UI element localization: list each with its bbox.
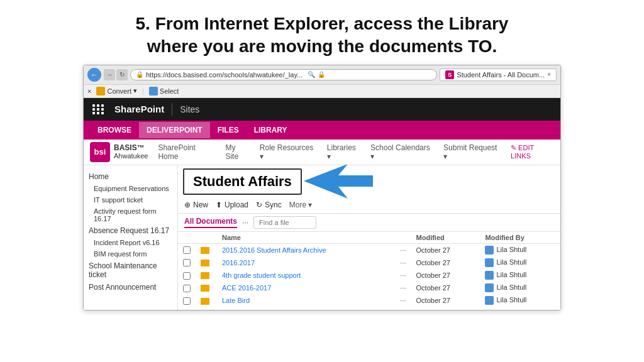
topbar-libraries[interactable]: Libraries	[327, 143, 360, 161]
folder-icon	[201, 247, 209, 254]
tab-area: S Student Affairs - All Docum... ×	[440, 69, 557, 81]
modified-date: October 27	[411, 294, 480, 307]
topbar-mysite[interactable]: My Site	[225, 143, 249, 161]
toolbar-select-button[interactable]: Select	[149, 87, 179, 96]
browser-tab[interactable]: S Student Affairs - All Docum... ×	[440, 69, 557, 81]
row-ellipsis[interactable]: ···	[400, 297, 406, 304]
browser-toolbar: × Convert ▾ | Select	[84, 85, 560, 98]
file-table: Name Modified Modified By 2015.2016 Stud…	[178, 232, 560, 307]
row-checkbox[interactable]	[183, 259, 191, 266]
ribbon-tab-deliverpoint[interactable]: DELIVERPOINT	[139, 122, 210, 138]
sp-topbar: bsi BASIS™ Ahwatukee SharePoint Home My …	[84, 140, 560, 165]
ribbon-tab-files[interactable]: FILES	[210, 122, 247, 138]
nav-buttons: → ↻	[104, 69, 128, 80]
address-bar[interactable]: 🔒 https://docs.basised.com/schools/ahwat…	[130, 69, 437, 80]
topbar-home[interactable]: SharePoint Home	[158, 143, 215, 161]
sp-content: bsi BASIS™ Ahwatukee SharePoint Home My …	[84, 140, 560, 310]
sp-docs-tabs: All Documents ···	[178, 214, 560, 232]
back-button[interactable]: ←	[87, 68, 101, 82]
col-name: Name	[217, 232, 395, 244]
sidebar-incident[interactable]: Incident Report v6.16	[84, 237, 177, 248]
sharepoint-app-name: SharePoint	[114, 104, 164, 114]
table-row: 2015.2016 Student Affairs Archive ··· Oc…	[178, 243, 560, 256]
col-checkbox	[178, 232, 196, 244]
col-modified-by: Modified By	[480, 232, 560, 244]
ribbon-tab-library[interactable]: LIBRARY	[247, 122, 295, 138]
table-row: 4th grade student support ··· October 27…	[178, 269, 560, 282]
col-modified: Modified	[411, 232, 480, 244]
find-file-input[interactable]	[253, 216, 316, 229]
tab-close-button[interactable]: ×	[547, 71, 551, 78]
row-checkbox[interactable]	[183, 246, 191, 254]
sidebar-equipment[interactable]: Equipment Reservations	[84, 183, 177, 194]
user-avatar	[485, 296, 494, 305]
sp-main-layout: Home Equipment Reservations IT support t…	[84, 165, 560, 310]
upload-button[interactable]: ⬆ Upload	[216, 200, 248, 209]
sites-label[interactable]: Sites	[180, 104, 199, 114]
sync-button[interactable]: ↻ Sync	[256, 200, 282, 209]
browser-chrome: ← → ↻ 🔒 https://docs.basised.com/schools…	[84, 65, 560, 85]
user-avatar	[485, 283, 494, 292]
row-ellipsis[interactable]: ···	[400, 246, 406, 254]
folder-icon	[201, 260, 209, 266]
row-ellipsis[interactable]: ···	[400, 272, 406, 279]
row-ellipsis[interactable]: ···	[400, 284, 406, 292]
nav-divider	[172, 103, 172, 116]
row-ellipsis[interactable]: ···	[400, 259, 406, 266]
modified-by: Lila Shtull	[480, 282, 560, 294]
sidebar-it-support[interactable]: IT support ticket	[84, 194, 177, 206]
folder-icon	[201, 285, 209, 292]
toolbar-convert-button[interactable]: Convert ▾	[96, 87, 137, 96]
file-link[interactable]: 2015.2016 Student Affairs Archive	[222, 246, 326, 254]
sidebar-school-maintenance[interactable]: School Maintenance ticket	[84, 260, 177, 281]
sp-right-content: Student Affairs ⊕ New ⬆ Upload	[178, 165, 560, 310]
file-link[interactable]: 2016.2017	[222, 259, 255, 266]
topbar-roleresources[interactable]: Role Resources	[260, 143, 317, 161]
sp-sidebar: Home Equipment Reservations IT support t…	[84, 165, 178, 310]
sidebar-post-announcement[interactable]: Post Announcement	[84, 281, 177, 293]
modified-by: Lila Shtull	[480, 269, 560, 282]
folder-icon	[201, 272, 209, 279]
reload-button[interactable]: ↻	[116, 69, 128, 80]
header-area: Student Affairs	[178, 165, 560, 197]
sidebar-activity-form[interactable]: Activity request form 16.17	[84, 206, 177, 224]
plus-icon: ⊕	[184, 200, 191, 209]
modified-by: Lila Shtull	[480, 256, 560, 269]
modified-date: October 27	[411, 256, 480, 269]
topbar-calendars[interactable]: School Calendars	[370, 143, 433, 161]
file-link[interactable]: ACE 2016-2017	[222, 284, 271, 292]
modified-by: Lila Shtull	[480, 243, 560, 256]
sp-ribbon: BROWSE DELIVERPOINT FILES LIBRARY	[84, 121, 560, 140]
row-checkbox[interactable]	[183, 297, 191, 305]
user-avatar	[485, 246, 494, 255]
new-button[interactable]: ⊕ New	[184, 200, 208, 209]
sp-top-nav: SharePoint Sites	[84, 98, 560, 121]
sidebar-absence[interactable]: Absence Request 16.17	[84, 224, 177, 237]
bsi-logo-area: bsi BASIS™ Ahwatukee	[90, 142, 148, 162]
row-checkbox[interactable]	[183, 272, 191, 280]
all-documents-tab[interactable]: All Documents	[184, 217, 237, 228]
sync-icon: ↻	[256, 200, 262, 209]
table-row: ACE 2016-2017 ··· October 27 Lila Shtull	[178, 282, 560, 294]
edit-links-button[interactable]: ✎ EDIT LINKS	[511, 144, 554, 160]
user-avatar	[485, 258, 494, 267]
col-ellipsis	[395, 232, 411, 244]
docs-ellipsis[interactable]: ···	[242, 218, 248, 227]
file-link[interactable]: Late Bird	[222, 297, 250, 304]
topbar-submitrequest[interactable]: Submit Request	[443, 143, 501, 161]
modified-date: October 27	[411, 282, 480, 294]
sidebar-home[interactable]: Home	[84, 170, 177, 183]
more-button[interactable]: More ▾	[289, 200, 313, 209]
modified-date: October 27	[411, 269, 480, 282]
sidebar-bim[interactable]: BIM request form	[84, 248, 177, 260]
waffle-icon[interactable]	[90, 102, 107, 117]
ribbon-tab-browse[interactable]: BROWSE	[90, 122, 139, 138]
toolbar-close-button[interactable]: ×	[87, 87, 91, 95]
folder-icon	[201, 298, 209, 305]
file-link[interactable]: 4th grade student support	[222, 272, 301, 279]
table-row: Late Bird ··· October 27 Lila Shtull	[178, 294, 560, 307]
svg-marker-0	[304, 164, 373, 199]
forward-button[interactable]: →	[104, 69, 115, 80]
row-checkbox[interactable]	[183, 285, 191, 292]
sp-action-bar: ⊕ New ⬆ Upload ↻ Sync More ▾	[178, 197, 560, 214]
